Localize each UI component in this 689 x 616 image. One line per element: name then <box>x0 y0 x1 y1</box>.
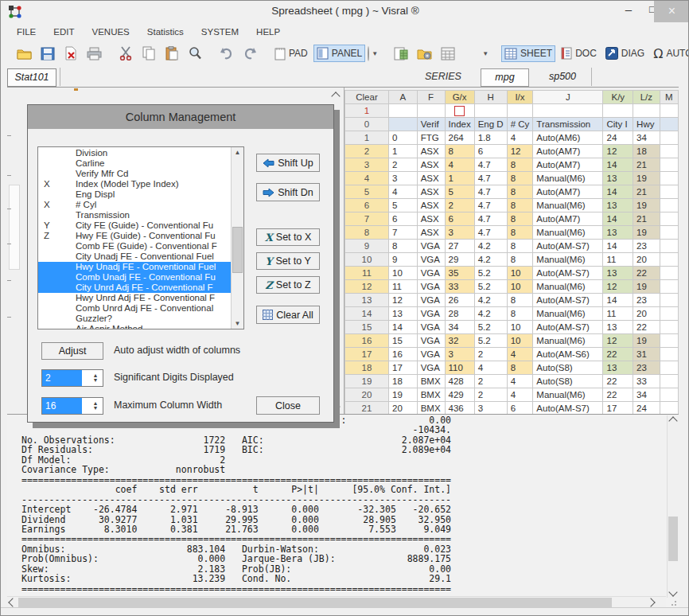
cell[interactable] <box>660 240 678 253</box>
list-item[interactable]: X# Cyl <box>38 200 231 210</box>
cell[interactable]: 8 <box>507 158 533 172</box>
cell[interactable]: ASX <box>417 172 445 185</box>
cell[interactable]: VGA <box>417 294 445 307</box>
cell[interactable]: 22 <box>603 375 633 388</box>
delete-sheet-button[interactable] <box>60 44 81 63</box>
cell[interactable]: 22 <box>603 388 633 402</box>
cell[interactable]: 18 <box>633 145 660 158</box>
row-number[interactable]: 15 <box>345 321 389 334</box>
close-button[interactable]: × <box>654 1 689 22</box>
row-number[interactable]: 5 <box>345 185 389 199</box>
cell[interactable]: VGA <box>417 361 445 375</box>
cell[interactable]: 5.2 <box>474 321 507 334</box>
list-item[interactable]: Hwy Unadj FE - Conventional Fuel <box>38 262 231 272</box>
row-number[interactable]: 17 <box>345 348 389 361</box>
cell[interactable]: VGA <box>417 240 445 253</box>
list-item[interactable]: XIndex (Model Type Index) <box>38 179 231 189</box>
cell[interactable]: 4.7 <box>474 172 507 185</box>
cell[interactable] <box>660 307 678 321</box>
cell[interactable]: 13 <box>603 226 633 240</box>
cell[interactable]: 8 <box>445 145 474 158</box>
list-item[interactable]: Verify Mfr Cd <box>38 169 231 179</box>
cell[interactable]: 22 <box>603 348 633 361</box>
cell[interactable] <box>660 253 678 267</box>
menu-help[interactable]: HELP <box>256 27 290 37</box>
row-number[interactable]: 3 <box>345 158 389 172</box>
cell[interactable]: 21 <box>633 158 660 172</box>
cell[interactable]: 29 <box>445 253 474 267</box>
cell[interactable] <box>660 334 678 348</box>
row-number[interactable]: 18 <box>345 361 389 375</box>
cell[interactable] <box>660 361 678 375</box>
cell[interactable] <box>660 212 678 226</box>
list-item[interactable]: Transmission <box>38 210 231 220</box>
set-to-z-button[interactable]: Z Set to Z <box>256 276 320 294</box>
cell[interactable]: 3 <box>445 226 474 240</box>
cell[interactable]: 22 <box>633 267 660 280</box>
list-item[interactable]: Air Aspir Method <box>38 324 231 329</box>
cell[interactable]: 14 <box>603 240 633 253</box>
cell[interactable]: 6 <box>445 212 474 226</box>
cell[interactable] <box>474 104 507 118</box>
list-item[interactable]: Guzzler? <box>38 314 231 324</box>
cell[interactable]: 8 <box>507 172 533 185</box>
sheet-list-icon[interactable] <box>438 45 458 63</box>
column-header[interactable]: L/z <box>633 91 660 104</box>
cell[interactable]: 17 <box>388 361 417 375</box>
cell[interactable]: 4.2 <box>474 253 507 267</box>
significant-digits-value[interactable]: 2 <box>42 370 82 386</box>
cell[interactable]: 8 <box>507 307 533 321</box>
list-item[interactable]: City Unadj FE - Conventional Fuel <box>38 251 231 262</box>
cell[interactable]: 4 <box>507 375 533 388</box>
cell[interactable]: 23 <box>633 240 660 253</box>
cell[interactable] <box>660 104 678 118</box>
sheet-button[interactable]: SHEET <box>501 45 555 62</box>
menu-venues[interactable]: VENUES <box>92 27 140 37</box>
cell[interactable]: 8 <box>507 212 533 226</box>
list-scroll-thumb[interactable] <box>232 227 243 273</box>
cell[interactable]: 11 <box>603 307 633 321</box>
list-item[interactable]: City Unrd Adj FE - Conventional F <box>38 283 231 293</box>
cell[interactable]: 4 <box>507 348 533 361</box>
cell[interactable]: 24 <box>633 402 660 415</box>
paste-button[interactable] <box>162 44 182 63</box>
cell[interactable]: 4 <box>388 185 417 199</box>
cell[interactable]: 4 <box>507 131 533 145</box>
series-settings-icon[interactable] <box>414 45 435 63</box>
row-number[interactable]: 13 <box>345 294 389 307</box>
list-item[interactable]: Eng Displ <box>38 189 231 200</box>
list-item[interactable]: Carline <box>38 158 231 169</box>
list-item[interactable]: Comb Unadj FE - Conventional Fu <box>38 272 231 283</box>
column-header[interactable]: M <box>660 91 678 104</box>
cell[interactable]: 8 <box>507 240 533 253</box>
cell[interactable]: 34 <box>445 321 474 334</box>
menu-file[interactable]: FILE <box>17 27 46 37</box>
cell[interactable] <box>660 375 678 388</box>
cell[interactable]: 13 <box>603 172 633 185</box>
row-number[interactable]: 16 <box>345 334 389 348</box>
cell[interactable]: 10 <box>388 267 417 280</box>
cell[interactable]: 11 <box>388 280 417 294</box>
resize-grip[interactable] <box>668 598 676 606</box>
cell[interactable] <box>417 104 445 118</box>
cell[interactable]: Manual(M6) <box>533 334 603 348</box>
cell[interactable]: ASX <box>417 226 445 240</box>
cell[interactable]: 5.2 <box>474 280 507 294</box>
cell[interactable]: ASX <box>417 158 445 172</box>
cell[interactable]: 13 <box>603 361 633 375</box>
cut-button[interactable] <box>115 44 136 63</box>
list-item[interactable]: YCity FE (Guide) - Conventional Fu <box>38 220 231 231</box>
cell[interactable]: VGA <box>417 348 445 361</box>
cell[interactable]: 5 <box>445 185 474 199</box>
scroll-left-icon[interactable] <box>7 597 18 608</box>
cell[interactable]: Auto(AM7) <box>533 212 603 226</box>
cell[interactable]: 3 <box>388 172 417 185</box>
vertical-scroll-thumb[interactable] <box>668 517 678 561</box>
column-header[interactable]: A <box>388 91 417 104</box>
cell[interactable]: VGA <box>417 307 445 321</box>
cell[interactable]: Manual(M6) <box>533 280 603 294</box>
cell[interactable]: 12 <box>603 334 633 348</box>
cell[interactable]: 8 <box>388 240 417 253</box>
cell[interactable]: 8 <box>507 294 533 307</box>
cell[interactable]: 6 <box>474 145 507 158</box>
